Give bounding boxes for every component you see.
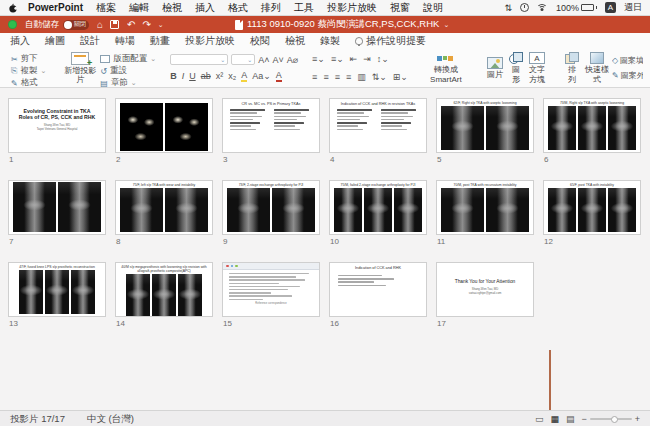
- slideshow-view-button[interactable]: ▤: [566, 415, 575, 424]
- slide-thumbnail-13[interactable]: 47/F, fused knee LPS s/p prosthetic reco…: [8, 262, 106, 317]
- ribbon-tab-3[interactable]: 轉場: [115, 34, 135, 48]
- battery-indicator[interactable]: 100%: [556, 3, 597, 13]
- save-icon[interactable]: [110, 20, 119, 29]
- slide-thumbnail-9[interactable]: 73/F, 2-stage exchange arthroplasty for …: [222, 180, 320, 235]
- slide-thumbnail-1[interactable]: Evolving Constraint in TKARoles of CR, P…: [8, 98, 106, 153]
- zoom-control[interactable]: − +: [581, 414, 640, 424]
- ribbon-tab-5[interactable]: 投影片放映: [185, 34, 235, 48]
- font-color-button[interactable]: A: [276, 70, 282, 82]
- menu-item-1[interactable]: 檔案: [96, 2, 116, 13]
- slide-thumbnail-5[interactable]: 62/F, Right s/p TKA with aseptic looseni…: [436, 98, 534, 153]
- zoom-slider[interactable]: [590, 418, 632, 420]
- home-icon[interactable]: ⌂: [97, 20, 103, 30]
- menu-item-2[interactable]: 編輯: [129, 2, 149, 13]
- font-name-select[interactable]: ⌄: [170, 54, 228, 65]
- ribbon-tab-0[interactable]: 插入: [10, 34, 30, 48]
- slide-thumbnail-6[interactable]: 73/M, Right s/p TKA with aseptic looseni…: [543, 98, 641, 153]
- menu-item-10[interactable]: 說明: [423, 2, 443, 13]
- slide-thumbnail-11[interactable]: 70/M, post TKA with recurvatum instabili…: [436, 180, 534, 235]
- picture-button[interactable]: 圖片: [487, 57, 503, 79]
- slide-thumbnail-2[interactable]: [115, 98, 213, 153]
- align-center-button[interactable]: ≡: [323, 72, 328, 82]
- cut-button[interactable]: ✂剪下: [11, 53, 46, 65]
- menu-item-6[interactable]: 排列: [261, 2, 281, 13]
- undo-icon[interactable]: ↶: [127, 20, 135, 30]
- textbox-button[interactable]: A 文字方塊: [529, 52, 545, 83]
- ribbon-tab-8[interactable]: 錄製: [320, 34, 340, 48]
- ribbon-tab-1[interactable]: 繪圖: [45, 34, 65, 48]
- menu-item-5[interactable]: 格式: [228, 2, 248, 13]
- slide-thumbnail-3[interactable]: CR vs. MC vs. PS in Primary TKAs: [222, 98, 320, 153]
- zoom-slider-knob[interactable]: [611, 416, 618, 423]
- slide-thumbnail-15[interactable]: Reference correspondence: [222, 262, 320, 317]
- change-case-button[interactable]: Aa⌄: [252, 71, 271, 81]
- text-direction-button[interactable]: ⇅⌄: [372, 72, 387, 82]
- menu-item-7[interactable]: 工具: [294, 2, 314, 13]
- slide-thumbnail-14[interactable]: 40/M s/p megaprosthesis with loosening s…: [115, 262, 213, 317]
- slide-thumbnail-4[interactable]: Indication of CCK and RHK in revision TK…: [329, 98, 427, 153]
- superscript-button[interactable]: x²: [216, 71, 224, 81]
- autosave-toggle[interactable]: 關閉: [63, 20, 89, 30]
- ribbon-tab-7[interactable]: 檢視: [285, 34, 305, 48]
- menu-item-powerpoint[interactable]: PowerPoint: [28, 2, 83, 13]
- ribbon-tab-6[interactable]: 校閱: [250, 34, 270, 48]
- justify-button[interactable]: ≡: [346, 72, 351, 82]
- quick-styles-button[interactable]: 快速樣式: [585, 52, 609, 83]
- menu-bar-day[interactable]: 週日: [624, 1, 642, 14]
- zoom-in-icon[interactable]: +: [635, 414, 640, 424]
- input-source-icon[interactable]: A: [605, 2, 616, 13]
- columns-button[interactable]: ▥: [357, 72, 366, 82]
- ribbon-tab-2[interactable]: 設計: [80, 34, 100, 48]
- layout-button[interactable]: 版面配置⌄: [100, 53, 156, 65]
- ribbon-tab-4[interactable]: 動畫: [150, 34, 170, 48]
- wifi-icon[interactable]: [537, 4, 548, 12]
- underline-button[interactable]: U: [189, 71, 196, 81]
- shapes-button[interactable]: 圖形: [509, 52, 523, 83]
- zoom-out-icon[interactable]: −: [581, 414, 586, 424]
- time-machine-icon[interactable]: [520, 3, 529, 12]
- menu-item-4[interactable]: 插入: [195, 2, 215, 13]
- normal-view-button[interactable]: ▭: [535, 415, 544, 424]
- bold-button[interactable]: B: [170, 71, 177, 81]
- apple-menu-icon[interactable]: [8, 3, 18, 13]
- menu-item-9[interactable]: 視窗: [390, 2, 410, 13]
- slide-thumbnail-7[interactable]: [8, 180, 106, 235]
- numbering-button[interactable]: ≡⌄: [331, 54, 344, 64]
- menu-item-8[interactable]: 投影片放映: [327, 2, 377, 13]
- convert-to-smartart-button[interactable]: 轉換成 SmartArt: [425, 52, 467, 83]
- slide-thumbnail-16[interactable]: Indication of CCK and RHK: [329, 262, 427, 317]
- toolbar-chevron-icon[interactable]: ⌄: [158, 21, 164, 28]
- align-text-button[interactable]: ⊞⌄: [393, 72, 408, 82]
- arrange-button[interactable]: 排列: [565, 52, 579, 83]
- slide-thumbnail-17[interactable]: Thank You for Your AttentionShang-Wen Ts…: [436, 262, 534, 317]
- language-indicator[interactable]: 中文 (台灣): [87, 413, 134, 426]
- slide-sorter-view-button[interactable]: ▦: [550, 415, 559, 424]
- slide-thumbnail-10[interactable]: 75/M, failed 2-stage exchange arthroplas…: [329, 180, 427, 235]
- ribbon-tab-9[interactable]: 操作說明提要: [355, 34, 426, 48]
- fullscreen-traffic-light-button[interactable]: [8, 20, 17, 29]
- subscript-button[interactable]: x₂: [228, 71, 236, 81]
- shape-outline-button[interactable]: ✎圖案外框: [612, 70, 643, 81]
- copy-button[interactable]: ⎘複製⌄: [11, 65, 46, 77]
- decrease-font-icon[interactable]: A˅: [272, 55, 283, 65]
- decrease-indent-button[interactable]: ⇤: [350, 54, 358, 64]
- clear-formatting-icon[interactable]: A⌀: [287, 55, 298, 65]
- dropbox-icon[interactable]: ⇅: [504, 3, 512, 13]
- menu-item-3[interactable]: 檢視: [162, 2, 182, 13]
- italic-button[interactable]: I: [182, 71, 185, 81]
- line-spacing-button[interactable]: ↕⌄: [377, 54, 389, 64]
- redo-icon[interactable]: ↷: [142, 20, 150, 30]
- new-slide-button[interactable]: 新增投影片: [63, 52, 97, 84]
- increase-indent-button[interactable]: ⇥: [363, 54, 371, 64]
- shape-fill-button[interactable]: ◇圖案填滿: [612, 55, 643, 66]
- slide-thumbnail-8[interactable]: 75/F, left s/p TKA with wear and instabi…: [115, 180, 213, 235]
- strikethrough-button[interactable]: ab: [201, 71, 211, 81]
- align-right-button[interactable]: ≡: [335, 72, 340, 82]
- align-left-button[interactable]: ≡: [312, 72, 317, 82]
- slide-thumbnail-12[interactable]: 65/F, post TKA with instability: [543, 180, 641, 235]
- bullets-button[interactable]: ≡⌄: [312, 54, 325, 64]
- font-size-select[interactable]: ⌄: [231, 54, 255, 65]
- document-title-area[interactable]: 1113 0910-0920 蔡尚閔演講CR,PS,CCK,RHK ⌄: [235, 16, 449, 33]
- reset-button[interactable]: ↺重設: [100, 65, 156, 77]
- highlight-color-button[interactable]: A: [241, 70, 247, 82]
